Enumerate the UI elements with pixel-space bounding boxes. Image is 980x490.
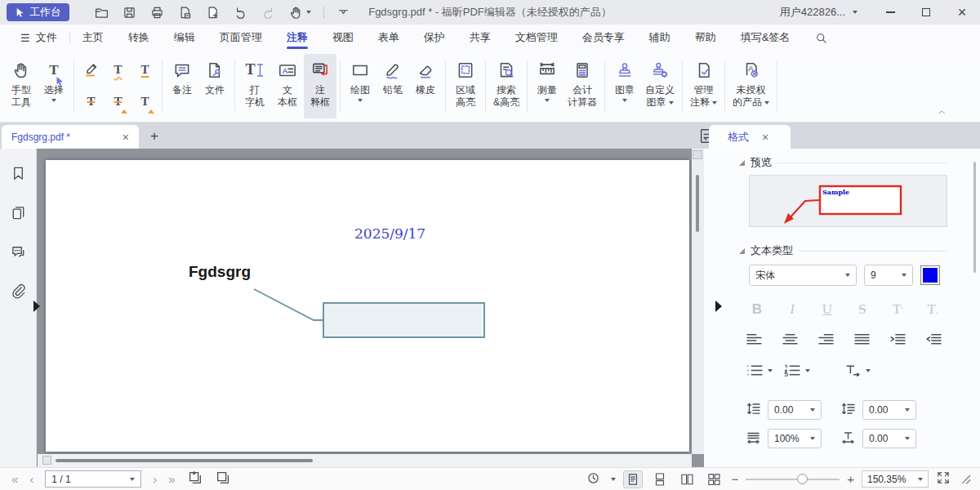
collapse-ribbon-button[interactable]	[936, 107, 947, 119]
open-file-icon[interactable]	[94, 5, 109, 20]
callout-button-selected[interactable]: 注 释框	[304, 54, 336, 118]
panel-scrollbar-thumb[interactable]	[973, 162, 976, 273]
underline-tool[interactable]: T	[140, 63, 149, 77]
maximize-button[interactable]	[908, 0, 944, 24]
preview-section-header[interactable]: 预览	[739, 155, 947, 170]
text-type-section-header[interactable]: 文本类型	[739, 243, 947, 258]
menu-comment-active[interactable]: 注释	[274, 24, 320, 51]
menu-accessibility[interactable]: 辅助	[637, 24, 683, 51]
font-color-swatch[interactable]	[920, 265, 940, 285]
eraser-tool-button[interactable]: 橡皮	[409, 54, 442, 118]
auto-scroll-dropdown-icon[interactable]	[611, 478, 616, 481]
menu-file[interactable]: ☰文件	[8, 24, 69, 51]
new-tab-button[interactable]: +	[150, 128, 158, 145]
draw-shapes-button[interactable]: 绘图	[344, 54, 376, 118]
unauthorized-dropdown-icon[interactable]	[764, 101, 769, 105]
user-account-button[interactable]: 用户422826...	[780, 5, 858, 20]
horizontal-scroll-button[interactable]	[42, 456, 51, 465]
bullet-list-button[interactable]	[746, 364, 773, 376]
align-center-button[interactable]	[782, 333, 798, 348]
align-left-button[interactable]	[746, 333, 762, 348]
horizontal-scale-select[interactable]: 100%	[768, 429, 822, 448]
hand-mode-dropdown-icon[interactable]	[306, 11, 311, 14]
last-page-icon[interactable]: »	[168, 473, 175, 485]
vertical-scrollbar-thumb[interactable]	[696, 175, 699, 232]
increase-indent-button[interactable]	[890, 333, 906, 348]
menu-share[interactable]: 共享	[457, 24, 503, 51]
measure-button[interactable]: 测量	[531, 54, 564, 118]
align-justify-button[interactable]	[854, 333, 870, 348]
strikethrough-button[interactable]: S	[852, 299, 873, 320]
continuous-facing-view-button[interactable]	[704, 470, 724, 488]
custom-stamp-dropdown-icon[interactable]	[669, 101, 674, 105]
callout-annotation[interactable]	[46, 160, 689, 452]
menu-convert[interactable]: 转换	[116, 24, 162, 51]
document-tab[interactable]: Fgdsgrg.pdf * ×	[2, 125, 139, 149]
manage-comments-button[interactable]: 管理 注释	[686, 54, 721, 118]
close-button[interactable]: ×	[944, 0, 980, 24]
sidebar-expand-handle-icon[interactable]	[33, 301, 40, 312]
char-spacing-select[interactable]: 0.00	[862, 429, 916, 448]
select-dropdown-icon[interactable]	[51, 99, 56, 102]
minimize-button[interactable]	[872, 0, 908, 24]
previous-page-icon[interactable]: ‹	[29, 473, 33, 485]
squiggly-underline-tool[interactable]: T	[114, 63, 122, 77]
menu-organize[interactable]: 页面管理	[207, 24, 274, 51]
fullscreen-icon[interactable]	[936, 470, 951, 488]
text-direction-button[interactable]	[844, 364, 871, 376]
facing-view-button[interactable]	[677, 470, 697, 488]
add-page-icon[interactable]	[205, 5, 220, 20]
menu-search-button[interactable]	[802, 24, 840, 51]
print-icon[interactable]	[149, 5, 165, 20]
font-size-select[interactable]: 9	[864, 265, 913, 286]
numbered-list-button[interactable]	[784, 364, 810, 376]
zoom-in-icon[interactable]: +	[847, 472, 854, 486]
pencil-tool-button[interactable]: 铅笔	[376, 54, 409, 118]
align-right-button[interactable]	[818, 333, 834, 348]
select-tool-button[interactable]: T 选择	[38, 54, 70, 118]
next-page-icon[interactable]: ›	[153, 473, 157, 485]
save-icon[interactable]	[122, 5, 137, 20]
decrease-indent-button[interactable]	[926, 333, 942, 348]
pdf-page[interactable]: 2025/9/17 Fgdsgrg	[46, 160, 689, 452]
horizontal-scrollbar[interactable]	[38, 454, 692, 467]
format-panel-tab[interactable]: 格式 ×	[709, 125, 791, 149]
bookmarks-panel-icon[interactable]	[10, 165, 27, 185]
numbered-list-dropdown-icon[interactable]	[805, 369, 810, 372]
panel-collapse-handle-icon[interactable]	[715, 301, 722, 312]
manage-comments-dropdown-icon[interactable]	[712, 101, 717, 105]
split-view-nub[interactable]	[693, 150, 702, 159]
textbox-button[interactable]: A 文 本框	[271, 54, 304, 118]
menu-fill-sign[interactable]: 填写&签名	[728, 24, 803, 51]
strikeout-tool[interactable]: T	[87, 95, 95, 109]
attachments-panel-icon[interactable]	[10, 283, 27, 302]
continuous-view-button[interactable]	[650, 470, 670, 488]
first-page-icon[interactable]: «	[11, 473, 18, 485]
single-page-view-button[interactable]	[623, 470, 643, 488]
superscript-button[interactable]: T'	[887, 299, 908, 320]
previous-view-icon[interactable]	[187, 470, 203, 488]
text-direction-dropdown-icon[interactable]	[866, 369, 871, 372]
menu-help[interactable]: 帮助	[683, 24, 728, 51]
resize-grip[interactable]	[961, 474, 972, 484]
subscript-button[interactable]: T,	[922, 299, 943, 320]
bullet-list-dropdown-icon[interactable]	[768, 369, 773, 372]
hand-tool-button[interactable]: 手型 工具	[5, 54, 38, 118]
hand-mode-icon[interactable]	[288, 5, 311, 20]
custom-stamp-button[interactable]: 自定义 图章	[641, 54, 679, 118]
italic-button[interactable]: I	[782, 299, 803, 320]
format-panel-close-icon[interactable]: ×	[759, 131, 772, 144]
document-tab-close-icon[interactable]: ×	[119, 131, 132, 144]
highlight-tool[interactable]	[82, 60, 100, 80]
stamp-button[interactable]: 图章	[608, 54, 641, 118]
menu-home[interactable]: 主页	[70, 24, 116, 51]
vertical-scrollbar[interactable]	[692, 149, 704, 454]
redo-icon[interactable]	[261, 5, 276, 20]
stamp-dropdown-icon[interactable]	[622, 99, 627, 102]
menu-protect[interactable]: 保护	[412, 24, 457, 51]
search-highlight-button[interactable]: 搜索 &高亮	[489, 54, 523, 118]
file-attachment-button[interactable]: 文件	[198, 54, 231, 118]
auto-scroll-icon[interactable]	[586, 470, 601, 488]
comments-panel-icon[interactable]	[10, 243, 27, 263]
next-view-icon[interactable]	[215, 470, 231, 488]
